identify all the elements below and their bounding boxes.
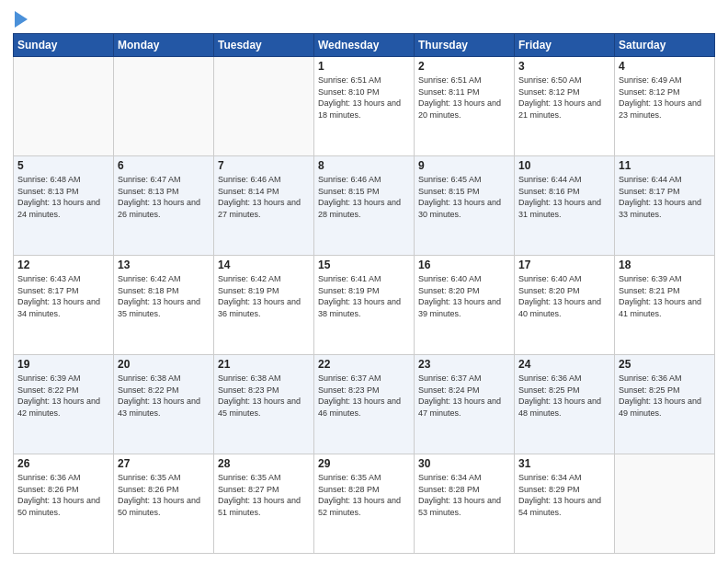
day-header-monday: Monday [114, 34, 214, 57]
calendar-cell: 15Sunrise: 6:41 AM Sunset: 8:19 PM Dayli… [314, 256, 415, 355]
calendar-cell: 9Sunrise: 6:45 AM Sunset: 8:15 PM Daylig… [415, 156, 515, 256]
day-number: 13 [118, 259, 210, 271]
day-info: Sunrise: 6:35 AM Sunset: 8:26 PM Dayligh… [118, 472, 210, 518]
calendar-cell: 10Sunrise: 6:44 AM Sunset: 8:16 PM Dayli… [515, 156, 615, 256]
calendar-week-row: 5Sunrise: 6:48 AM Sunset: 8:13 PM Daylig… [14, 156, 715, 256]
day-number: 6 [118, 159, 210, 172]
day-number: 7 [218, 159, 310, 172]
calendar-cell: 31Sunrise: 6:34 AM Sunset: 8:29 PM Dayli… [515, 454, 615, 554]
calendar-cell: 20Sunrise: 6:38 AM Sunset: 8:22 PM Dayli… [114, 355, 214, 454]
day-info: Sunrise: 6:37 AM Sunset: 8:24 PM Dayligh… [418, 373, 510, 419]
day-info: Sunrise: 6:36 AM Sunset: 8:25 PM Dayligh… [619, 373, 711, 419]
calendar-cell [615, 454, 715, 554]
day-number: 24 [518, 358, 610, 371]
day-number: 19 [17, 358, 109, 371]
day-number: 21 [218, 358, 310, 371]
day-number: 25 [619, 358, 711, 371]
day-info: Sunrise: 6:51 AM Sunset: 8:11 PM Dayligh… [418, 75, 510, 121]
calendar-cell: 19Sunrise: 6:39 AM Sunset: 8:22 PM Dayli… [14, 355, 114, 454]
day-info: Sunrise: 6:36 AM Sunset: 8:25 PM Dayligh… [518, 373, 610, 419]
calendar-week-row: 19Sunrise: 6:39 AM Sunset: 8:22 PM Dayli… [14, 355, 715, 454]
day-header-saturday: Saturday [615, 34, 715, 57]
day-info: Sunrise: 6:45 AM Sunset: 8:15 PM Dayligh… [418, 174, 510, 220]
day-info: Sunrise: 6:42 AM Sunset: 8:19 PM Dayligh… [218, 273, 310, 319]
logo [13, 9, 28, 28]
day-info: Sunrise: 6:43 AM Sunset: 8:17 PM Dayligh… [17, 273, 109, 319]
day-info: Sunrise: 6:35 AM Sunset: 8:28 PM Dayligh… [318, 472, 410, 518]
calendar-cell: 25Sunrise: 6:36 AM Sunset: 8:25 PM Dayli… [615, 355, 715, 454]
day-info: Sunrise: 6:51 AM Sunset: 8:10 PM Dayligh… [318, 75, 410, 121]
calendar-cell: 2Sunrise: 6:51 AM Sunset: 8:11 PM Daylig… [415, 57, 515, 156]
calendar-cell: 1Sunrise: 6:51 AM Sunset: 8:10 PM Daylig… [314, 57, 415, 156]
day-info: Sunrise: 6:46 AM Sunset: 8:14 PM Dayligh… [218, 174, 310, 220]
calendar-cell: 8Sunrise: 6:46 AM Sunset: 8:15 PM Daylig… [314, 156, 415, 256]
calendar-cell: 24Sunrise: 6:36 AM Sunset: 8:25 PM Dayli… [515, 355, 615, 454]
day-header-tuesday: Tuesday [214, 34, 314, 57]
day-info: Sunrise: 6:41 AM Sunset: 8:19 PM Dayligh… [318, 273, 410, 319]
day-number: 4 [619, 60, 711, 73]
day-number: 15 [318, 259, 410, 271]
day-info: Sunrise: 6:44 AM Sunset: 8:17 PM Dayligh… [619, 174, 711, 220]
day-info: Sunrise: 6:40 AM Sunset: 8:20 PM Dayligh… [518, 273, 610, 319]
calendar-cell: 5Sunrise: 6:48 AM Sunset: 8:13 PM Daylig… [14, 156, 114, 256]
day-info: Sunrise: 6:50 AM Sunset: 8:12 PM Dayligh… [518, 75, 610, 121]
day-info: Sunrise: 6:36 AM Sunset: 8:26 PM Dayligh… [17, 472, 109, 518]
day-number: 12 [17, 259, 109, 271]
day-info: Sunrise: 6:34 AM Sunset: 8:29 PM Dayligh… [518, 472, 610, 518]
day-number: 29 [318, 457, 410, 470]
calendar-cell: 3Sunrise: 6:50 AM Sunset: 8:12 PM Daylig… [515, 57, 615, 156]
day-number: 3 [518, 60, 610, 73]
day-info: Sunrise: 6:47 AM Sunset: 8:13 PM Dayligh… [118, 174, 210, 220]
day-info: Sunrise: 6:37 AM Sunset: 8:23 PM Dayligh… [318, 373, 410, 419]
calendar-cell: 18Sunrise: 6:39 AM Sunset: 8:21 PM Dayli… [615, 256, 715, 355]
calendar-header-row: SundayMondayTuesdayWednesdayThursdayFrid… [14, 34, 715, 57]
day-number: 18 [619, 259, 711, 271]
day-info: Sunrise: 6:39 AM Sunset: 8:22 PM Dayligh… [17, 373, 109, 419]
day-number: 9 [418, 159, 510, 172]
calendar-cell: 13Sunrise: 6:42 AM Sunset: 8:18 PM Dayli… [114, 256, 214, 355]
day-number: 5 [17, 159, 109, 172]
calendar-cell [214, 57, 314, 156]
calendar-cell: 21Sunrise: 6:38 AM Sunset: 8:23 PM Dayli… [214, 355, 314, 454]
calendar-cell: 28Sunrise: 6:35 AM Sunset: 8:27 PM Dayli… [214, 454, 314, 554]
calendar-cell: 27Sunrise: 6:35 AM Sunset: 8:26 PM Dayli… [114, 454, 214, 554]
day-number: 17 [518, 259, 610, 271]
calendar-cell: 29Sunrise: 6:35 AM Sunset: 8:28 PM Dayli… [314, 454, 415, 554]
day-info: Sunrise: 6:34 AM Sunset: 8:28 PM Dayligh… [418, 472, 510, 518]
day-info: Sunrise: 6:35 AM Sunset: 8:27 PM Dayligh… [218, 472, 310, 518]
day-header-wednesday: Wednesday [314, 34, 415, 57]
calendar-cell: 6Sunrise: 6:47 AM Sunset: 8:13 PM Daylig… [114, 156, 214, 256]
day-info: Sunrise: 6:40 AM Sunset: 8:20 PM Dayligh… [418, 273, 510, 319]
day-info: Sunrise: 6:49 AM Sunset: 8:12 PM Dayligh… [619, 75, 711, 121]
day-number: 10 [518, 159, 610, 172]
day-number: 28 [218, 457, 310, 470]
calendar-cell: 11Sunrise: 6:44 AM Sunset: 8:17 PM Dayli… [615, 156, 715, 256]
calendar-week-row: 26Sunrise: 6:36 AM Sunset: 8:26 PM Dayli… [14, 454, 715, 554]
day-number: 11 [619, 159, 711, 172]
day-header-thursday: Thursday [415, 34, 515, 57]
calendar-cell: 12Sunrise: 6:43 AM Sunset: 8:17 PM Dayli… [14, 256, 114, 355]
calendar-cell: 30Sunrise: 6:34 AM Sunset: 8:28 PM Dayli… [415, 454, 515, 554]
day-number: 20 [118, 358, 210, 371]
calendar-cell [114, 57, 214, 156]
day-info: Sunrise: 6:48 AM Sunset: 8:13 PM Dayligh… [17, 174, 109, 220]
day-info: Sunrise: 6:42 AM Sunset: 8:18 PM Dayligh… [118, 273, 210, 319]
day-number: 8 [318, 159, 410, 172]
day-info: Sunrise: 6:39 AM Sunset: 8:21 PM Dayligh… [619, 273, 711, 319]
day-number: 22 [318, 358, 410, 371]
calendar-cell [14, 57, 114, 156]
header [13, 9, 715, 28]
calendar-week-row: 1Sunrise: 6:51 AM Sunset: 8:10 PM Daylig… [14, 57, 715, 156]
day-info: Sunrise: 6:38 AM Sunset: 8:23 PM Dayligh… [218, 373, 310, 419]
day-number: 16 [418, 259, 510, 271]
day-header-friday: Friday [515, 34, 615, 57]
calendar-cell: 14Sunrise: 6:42 AM Sunset: 8:19 PM Dayli… [214, 256, 314, 355]
day-info: Sunrise: 6:38 AM Sunset: 8:22 PM Dayligh… [118, 373, 210, 419]
logo-arrow-icon [15, 11, 28, 28]
calendar-cell: 26Sunrise: 6:36 AM Sunset: 8:26 PM Dayli… [14, 454, 114, 554]
day-number: 2 [418, 60, 510, 73]
day-number: 27 [118, 457, 210, 470]
day-info: Sunrise: 6:46 AM Sunset: 8:15 PM Dayligh… [318, 174, 410, 220]
calendar-week-row: 12Sunrise: 6:43 AM Sunset: 8:17 PM Dayli… [14, 256, 715, 355]
day-number: 1 [318, 60, 410, 73]
